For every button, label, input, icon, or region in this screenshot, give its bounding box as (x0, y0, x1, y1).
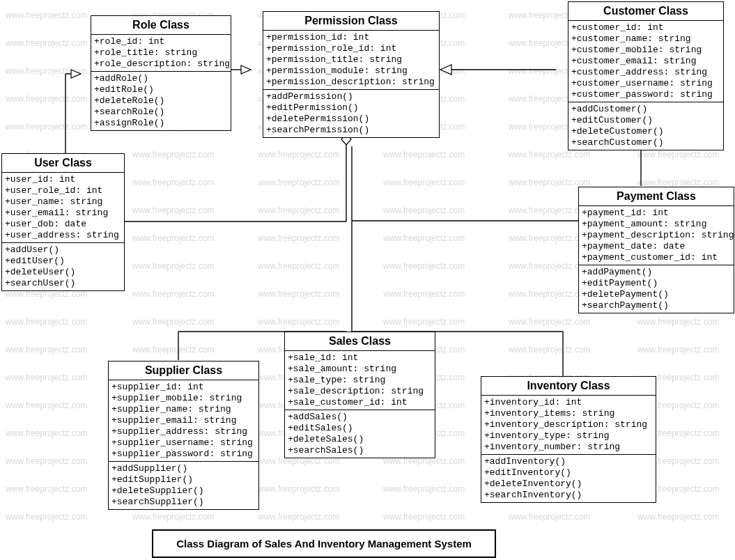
class-member: +editSupplier() (111, 474, 256, 485)
class-ops: +addUser()+editUser()+deleteUser()+searc… (2, 243, 124, 290)
class-attrs: +sale_id: int+sale_amount: string+sale_t… (285, 351, 435, 410)
class-attrs: +permission_id: int+permission_role_id: … (263, 31, 439, 90)
class-title: Customer Class (568, 2, 723, 21)
class-member: +deleteSales() (288, 434, 432, 445)
class-member: +supplier_password: string (111, 449, 256, 460)
class-member: +customer_address: string (571, 67, 720, 78)
class-member: +user_role_id: int (5, 185, 121, 196)
class-member: +addSales() (288, 412, 432, 423)
class-member: +role_title: string (94, 47, 228, 59)
class-member: +sale_id: int (288, 352, 432, 364)
class-member: +searchPayment() (582, 300, 731, 311)
class-title: Permission Class (263, 12, 439, 31)
class-member: +addPayment() (582, 267, 731, 278)
class-member: +editPayment() (582, 278, 731, 289)
class-member: +addPermission() (266, 91, 436, 102)
class-member: +searchUser() (5, 278, 121, 289)
class-member: +searchCustomer() (571, 137, 720, 148)
class-member: +searchInventory() (484, 490, 653, 501)
class-role: Role Class +role_id: int+role_title: str… (91, 15, 231, 131)
class-member: +payment_date: date (582, 241, 731, 252)
class-member: +supplier_id: int (111, 382, 256, 393)
class-member: +role_description: string (94, 59, 228, 70)
class-attrs: +role_id: int+role_title: string+role_de… (91, 35, 231, 72)
class-member: +deletePermission() (266, 114, 436, 125)
class-ops: +addCustomer()+editCustomer()+deleteCust… (568, 102, 723, 150)
class-member: +searchSales() (288, 445, 432, 456)
class-member: +addSupplier() (111, 463, 256, 474)
class-ops: +addRole()+editRole()+deleteRole()+searc… (91, 72, 231, 130)
class-member: +permission_module: string (266, 65, 436, 77)
class-title: User Class (2, 154, 124, 173)
class-member: +user_address: string (5, 230, 121, 241)
class-title: Sales Class (285, 332, 435, 351)
class-member: +permission_description: string (266, 77, 436, 88)
class-member: +customer_name: string (571, 33, 720, 45)
class-member: +payment_description: string (582, 230, 731, 241)
class-member: +user_name: string (5, 196, 121, 208)
class-member: +permission_title: string (266, 54, 436, 65)
class-member: +editInventory() (484, 467, 653, 479)
class-member: +user_id: int (5, 174, 121, 185)
class-ops: +addInventory()+editInventory()+deleteIn… (481, 455, 656, 502)
class-member: +editUser() (5, 256, 121, 267)
class-attrs: +payment_id: int+payment_amount: string+… (579, 206, 734, 265)
class-ops: +addPayment()+editPayment()+deletePaymen… (579, 265, 734, 313)
class-member: +supplier_email: string (111, 415, 256, 426)
class-ops: +addSupplier()+editSupplier()+deleteSupp… (109, 462, 258, 509)
class-title: Supplier Class (109, 361, 258, 380)
class-attrs: +user_id: int+user_role_id: int+user_nam… (2, 173, 124, 243)
class-member: +supplier_address: string (111, 426, 256, 437)
class-title: Role Class (91, 16, 231, 35)
class-member: +supplier_username: string (111, 437, 256, 449)
class-title: Inventory Class (481, 377, 656, 396)
class-member: +assignRole() (94, 118, 228, 129)
diagram-canvas: www.freeprojectz.comwww.freeprojectz.com… (0, 0, 735, 560)
class-member: +deleteUser() (5, 267, 121, 278)
class-member: +addInventory() (484, 456, 653, 467)
class-member: +supplier_name: string (111, 404, 256, 415)
class-member: +customer_username: string (571, 78, 720, 89)
class-member: +inventory_type: string (484, 430, 653, 442)
class-member: +deleteRole() (94, 95, 228, 107)
class-member: +addRole() (94, 73, 228, 84)
class-member: +editSales() (288, 423, 432, 434)
class-payment: Payment Class +payment_id: int+payment_a… (578, 187, 734, 313)
class-title: Payment Class (579, 187, 734, 206)
class-member: +searchRole() (94, 107, 228, 118)
class-member: +editPermission() (266, 102, 436, 114)
class-supplier: Supplier Class +supplier_id: int+supplie… (108, 361, 259, 510)
class-member: +payment_amount: string (582, 219, 731, 230)
class-member: +role_id: int (94, 36, 228, 47)
class-ops: +addSales()+editSales()+deleteSales()+se… (285, 410, 435, 458)
class-member: +sale_amount: string (288, 364, 432, 375)
class-member: +customer_password: string (571, 89, 720, 100)
svg-marker-4 (440, 65, 451, 75)
class-member: +searchSupplier() (111, 497, 256, 508)
class-member: +editRole() (94, 84, 228, 95)
class-member: +permission_id: int (266, 32, 436, 43)
class-member: +deleteSupplier() (111, 485, 256, 497)
class-member: +deleteCustomer() (571, 126, 720, 137)
class-member: +sale_type: string (288, 375, 432, 386)
class-customer: Customer Class +customer_id: int+custome… (568, 1, 724, 150)
class-member: +searchPermission() (266, 125, 436, 136)
class-member: +inventory_number: string (484, 442, 653, 453)
class-member: +inventory_description: string (484, 419, 653, 430)
class-member: +deleteInventory() (484, 479, 653, 490)
class-member: +addUser() (5, 244, 121, 256)
diagram-caption: Class Diagram of Sales And Inventory Man… (152, 529, 496, 558)
class-member: +inventory_id: int (484, 397, 653, 408)
class-member: +addCustomer() (571, 104, 720, 115)
class-member: +user_dob: date (5, 219, 121, 230)
class-member: +customer_id: int (571, 22, 720, 33)
class-attrs: +customer_id: int+customer_name: string+… (568, 21, 723, 102)
class-permission: Permission Class +permission_id: int+per… (263, 11, 440, 138)
class-attrs: +inventory_id: int+inventory_items: stri… (481, 396, 656, 455)
class-sales: Sales Class +sale_id: int+sale_amount: s… (284, 332, 435, 458)
class-member: +sale_description: string (288, 386, 432, 397)
class-member: +user_email: string (5, 208, 121, 219)
class-ops: +addPermission()+editPermission()+delete… (263, 90, 439, 137)
class-member: +sale_customer_id: int (288, 397, 432, 408)
class-member: +payment_customer_id: int (582, 252, 731, 263)
